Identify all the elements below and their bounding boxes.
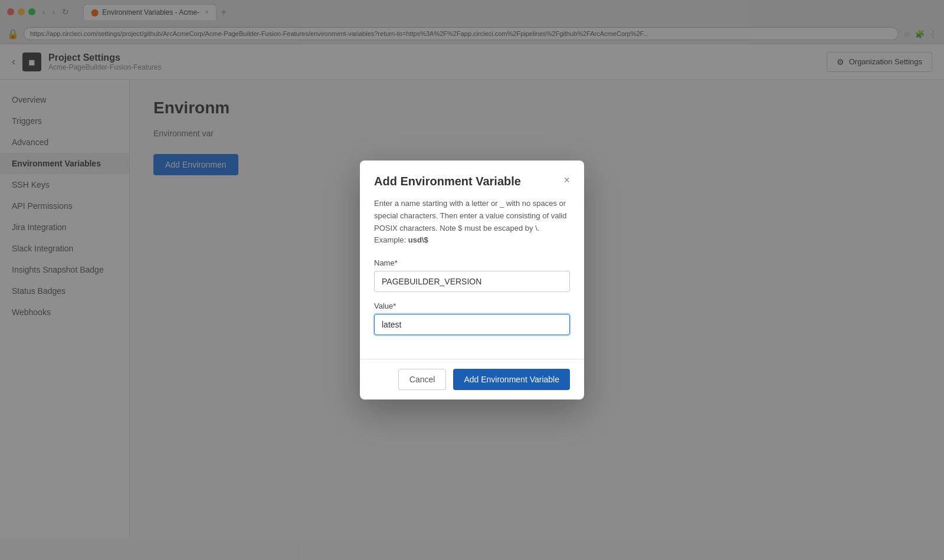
value-input[interactable] — [374, 314, 570, 335]
value-field-group: Value* — [374, 302, 570, 335]
modal-overlay[interactable]: Add Environment Variable × Enter a name … — [0, 0, 944, 538]
submit-button[interactable]: Add Environment Variable — [453, 369, 570, 390]
value-label: Value* — [374, 302, 570, 310]
name-label: Name* — [374, 258, 570, 267]
cancel-button[interactable]: Cancel — [398, 369, 447, 390]
modal-close-button[interactable]: × — [563, 175, 570, 185]
name-input[interactable] — [374, 271, 570, 292]
add-env-var-modal: Add Environment Variable × Enter a name … — [360, 161, 584, 399]
modal-title: Add Environment Variable — [374, 175, 521, 188]
modal-description: Enter a name starting with a letter or _… — [374, 198, 570, 247]
modal-header: Add Environment Variable × — [360, 161, 584, 188]
modal-body: Enter a name starting with a letter or _… — [360, 188, 584, 359]
modal-footer: Cancel Add Environment Variable — [360, 359, 584, 399]
name-field-group: Name* — [374, 258, 570, 292]
